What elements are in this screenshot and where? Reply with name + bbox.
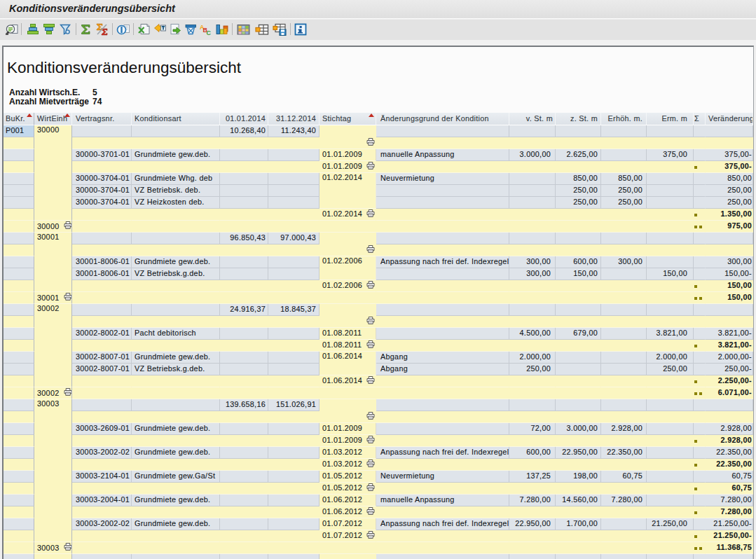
svg-text:C: C xyxy=(207,29,212,36)
